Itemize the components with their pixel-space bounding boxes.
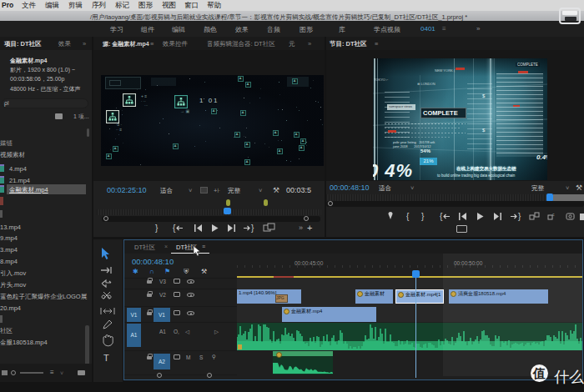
svg-text:}: } [155, 224, 159, 233]
svg-text:{: { [406, 212, 410, 221]
svg-text:c: c [552, 212, 555, 217]
svg-text:»: » [299, 224, 303, 232]
svg-text:{: { [440, 212, 443, 221]
svg-text:}: } [251, 224, 254, 233]
svg-text:T: T [103, 353, 109, 363]
svg-text:}: } [421, 212, 425, 221]
svg-text:+: + [307, 223, 312, 233]
svg-text:}: } [518, 212, 521, 221]
svg-text:{: { [173, 224, 176, 233]
